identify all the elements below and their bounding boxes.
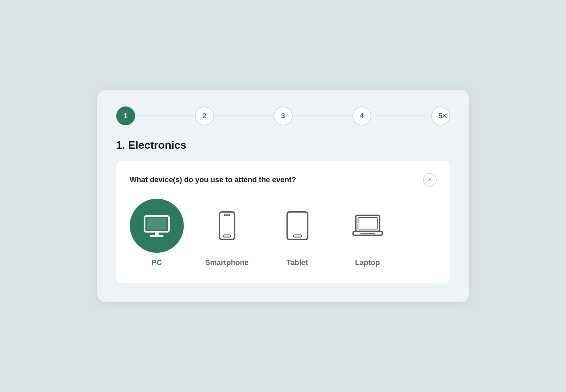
step-line-3 (293, 116, 352, 116)
device-option-smartphone[interactable]: Smartphone (200, 199, 254, 267)
modal-container: 1 2 3 4 5 × 1. Electronics What device(s… (97, 90, 469, 302)
question-text: What device(s) do you use to attend the … (130, 175, 296, 184)
close-button[interactable]: × (439, 110, 450, 122)
svg-rect-10 (358, 217, 377, 229)
laptop-icon (352, 211, 383, 241)
step-progress: 1 2 3 4 5 × (116, 106, 450, 125)
svg-rect-3 (150, 235, 164, 237)
device-option-laptop[interactable]: Laptop (341, 199, 395, 267)
step-4[interactable]: 4 (352, 106, 371, 125)
pc-label: PC (151, 258, 162, 267)
tablet-label: Tablet (287, 258, 308, 267)
pc-icon-wrap (130, 199, 184, 253)
tablet-icon (282, 211, 313, 241)
smartphone-icon-wrap (200, 199, 254, 253)
laptop-icon-wrap (341, 199, 395, 253)
smartphone-label: Smartphone (205, 258, 248, 267)
step-line-2 (214, 116, 274, 116)
tablet-icon-wrap (270, 199, 324, 253)
step-line-1 (135, 116, 195, 116)
svg-rect-7 (287, 212, 307, 240)
question-header: What device(s) do you use to attend the … (130, 173, 437, 187)
laptop-label: Laptop (355, 258, 380, 267)
chevron-up-icon (427, 177, 433, 183)
svg-rect-5 (224, 214, 229, 216)
step-1[interactable]: 1 (116, 106, 135, 125)
device-options: PC Smartphone (130, 199, 437, 267)
step-line-4 (371, 116, 431, 116)
step-2[interactable]: 2 (195, 106, 214, 125)
question-card: What device(s) do you use to attend the … (116, 161, 450, 283)
device-option-tablet[interactable]: Tablet (270, 199, 324, 267)
device-option-pc[interactable]: PC (130, 199, 184, 267)
pc-icon (142, 211, 172, 241)
svg-rect-1 (147, 218, 167, 229)
svg-rect-8 (293, 235, 301, 237)
section-title: 1. Electronics (116, 139, 450, 151)
step-3[interactable]: 3 (274, 106, 293, 125)
svg-rect-6 (223, 235, 230, 237)
smartphone-icon (212, 211, 242, 241)
collapse-button[interactable] (423, 173, 437, 187)
